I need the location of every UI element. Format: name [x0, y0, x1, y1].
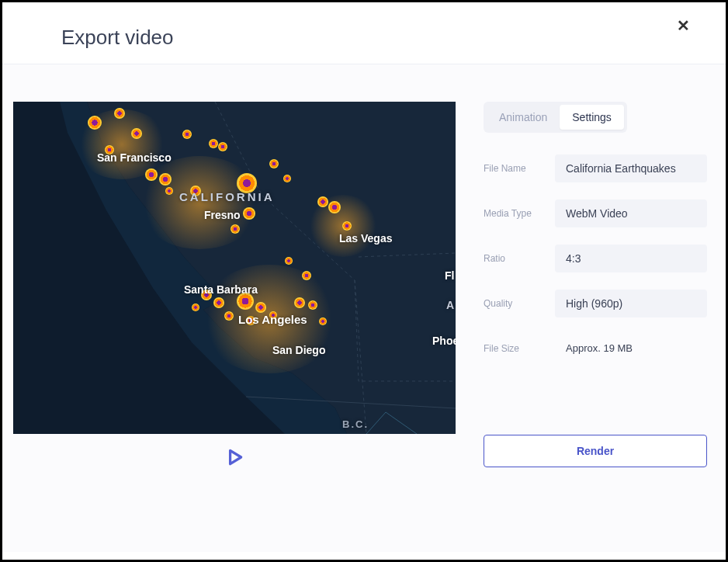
modal-body: San Francisco CALIFORNIA Fresno Las Vega… — [2, 64, 726, 552]
map-label-california: CALIFORNIA — [179, 190, 275, 203]
map-label-phx: Phoe — [432, 335, 456, 347]
select-quality[interactable]: High (960p) — [555, 290, 707, 317]
row-filename: File Name California Earthquakes — [484, 154, 707, 182]
map-label-sd: San Diego — [272, 344, 325, 356]
row-quality: Quality High (960p) — [484, 290, 707, 317]
label-ratio: Ratio — [484, 253, 555, 264]
row-ratio: Ratio 4:3 — [484, 245, 707, 272]
label-filesize: File Size — [484, 343, 555, 354]
label-quality: Quality — [484, 298, 555, 309]
settings-panel: Animation Settings File Name California … — [484, 102, 712, 505]
preview-column: San Francisco CALIFORNIA Fresno Las Vega… — [13, 102, 456, 505]
input-filename[interactable]: California Earthquakes — [555, 154, 707, 182]
label-mediatype: Media Type — [484, 208, 555, 219]
play-row — [13, 434, 456, 480]
map-label-la: Los Angeles — [238, 313, 307, 326]
row-mediatype: Media Type WebM Video — [484, 199, 707, 227]
map-preview: San Francisco CALIFORNIA Fresno Las Vega… — [13, 102, 456, 434]
modal-header: Export video ✕ — [2, 2, 726, 64]
export-video-modal: Export video ✕ — [0, 0, 728, 562]
render-button[interactable]: Render — [484, 435, 707, 467]
tabs: Animation Settings — [484, 102, 627, 133]
map-label-fresno: Fresno — [204, 209, 241, 221]
tab-settings[interactable]: Settings — [560, 105, 624, 130]
tab-animation[interactable]: Animation — [487, 105, 560, 130]
play-icon[interactable] — [224, 447, 244, 467]
close-icon[interactable]: ✕ — [677, 18, 690, 33]
map-label-sb: Santa Barbara — [184, 283, 258, 296]
map-label-a: A — [446, 299, 454, 311]
map-label-bc: B.C. — [342, 418, 369, 430]
label-filename: File Name — [484, 163, 555, 174]
map-label-vegas: Las Vegas — [339, 232, 393, 245]
map-label-fl: Fl — [445, 269, 454, 282]
map-label-sf: San Francisco — [97, 151, 172, 164]
modal-title: Export video — [61, 26, 174, 50]
row-filesize: File Size Approx. 19 MB — [484, 335, 707, 362]
select-mediatype[interactable]: WebM Video — [555, 199, 707, 227]
select-ratio[interactable]: 4:3 — [555, 245, 707, 272]
value-filesize: Approx. 19 MB — [555, 335, 707, 362]
